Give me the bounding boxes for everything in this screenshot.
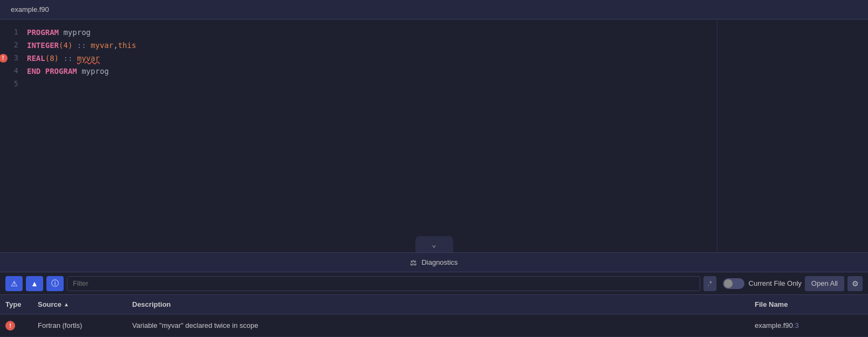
info-circle-icon: ⓘ bbox=[51, 279, 59, 288]
col-header-description[interactable]: Description bbox=[132, 300, 755, 308]
chevron-down-icon: ⌄ bbox=[432, 240, 436, 249]
source-header-label: Source bbox=[38, 300, 61, 308]
keyword-program: PROGRAM bbox=[27, 28, 59, 37]
line-number-4: 4 bbox=[14, 65, 18, 78]
code-lines: PROGRAM myprog INTEGER ( 4 ) :: myvar , … bbox=[27, 19, 717, 252]
code-line-5 bbox=[27, 78, 717, 91]
error-filter-button[interactable]: ⚠ bbox=[5, 276, 23, 291]
table-header: Type Source ▲ Description File Name bbox=[0, 295, 868, 314]
diagnostics-toolbar: ⚠ ▲ ⓘ .* Current File Only Open All ⚙ bbox=[0, 272, 868, 295]
line-number-1: 1 bbox=[14, 26, 18, 39]
right-panel bbox=[717, 19, 868, 252]
current-file-toggle[interactable] bbox=[723, 278, 744, 289]
paren-open-2: ( bbox=[59, 41, 63, 50]
cell-description: Variable "myvar" declared twice in scope bbox=[132, 321, 755, 329]
line-number-5: 5 bbox=[14, 78, 18, 91]
line-number-3: ! 3 bbox=[14, 52, 18, 65]
code-line-3: REAL ( 8 ) :: myvar bbox=[27, 52, 717, 65]
code-line-1: PROGRAM myprog bbox=[27, 26, 717, 39]
scale-icon: ⚖ bbox=[410, 258, 417, 267]
code-line-4: END PROGRAM myprog bbox=[27, 65, 717, 78]
diagnostics-title-bar: ⚖ Diagnostics bbox=[0, 253, 868, 272]
description-header-label: Description bbox=[132, 300, 171, 308]
space-4 bbox=[40, 67, 45, 75]
line-numbers: 1 2 ! 3 4 5 bbox=[0, 19, 27, 252]
row-error-icon: ! bbox=[5, 321, 15, 331]
settings-button[interactable]: ⚙ bbox=[848, 276, 863, 291]
filename-text: example.f90 bbox=[755, 321, 793, 329]
diagnostics-title-label: Diagnostics bbox=[421, 258, 457, 266]
filter-input[interactable] bbox=[73, 279, 694, 287]
open-all-button[interactable]: Open All bbox=[805, 276, 844, 291]
diagnostics-table: Type Source ▲ Description File Name ! Fo… bbox=[0, 295, 868, 337]
comma-2: , bbox=[113, 41, 118, 50]
keyword-integer: INTEGER bbox=[27, 41, 59, 50]
var-myvar-error: myvar bbox=[77, 54, 100, 63]
regex-label: .* bbox=[708, 280, 712, 287]
line-number-2: 2 bbox=[14, 39, 18, 52]
code-line-2: INTEGER ( 4 ) :: myvar , this bbox=[27, 39, 717, 52]
editor-tab[interactable]: example.f90 bbox=[0, 0, 60, 19]
filter-input-wrapper bbox=[67, 276, 700, 291]
collapse-handle[interactable]: ⌄ bbox=[415, 236, 453, 252]
error-circle-icon: ⚠ bbox=[11, 279, 18, 288]
keyword-program-end: PROGRAM bbox=[45, 67, 77, 75]
dbl-colon-3: :: bbox=[59, 54, 77, 63]
literal-4: 4 bbox=[63, 41, 67, 50]
identifier-myprog-1: myprog bbox=[59, 28, 91, 37]
var-myvar-2: myvar bbox=[91, 41, 113, 50]
editor-content: 1 2 ! 3 4 5 PROGRAM myprog bbox=[0, 19, 868, 252]
editor-tab-bar: example.f90 bbox=[0, 0, 868, 19]
paren-open-3: ( bbox=[45, 54, 50, 63]
col-header-type: Type bbox=[5, 300, 38, 308]
sort-ascending-icon: ▲ bbox=[64, 301, 69, 307]
line-ref: :3 bbox=[793, 321, 799, 329]
keyword-end: END bbox=[27, 67, 40, 75]
info-filter-button[interactable]: ⓘ bbox=[46, 276, 64, 291]
cell-source: Fortran (fortls) bbox=[38, 321, 132, 329]
diagnostics-panel: ⚖ Diagnostics ⚠ ▲ ⓘ .* Current File Only… bbox=[0, 252, 868, 337]
keyword-real: REAL bbox=[27, 54, 45, 63]
var-this: this bbox=[118, 41, 136, 50]
warning-filter-button[interactable]: ▲ bbox=[26, 276, 43, 291]
toggle-knob bbox=[724, 279, 733, 288]
filename-header-label: File Name bbox=[755, 300, 788, 308]
type-header-label: Type bbox=[5, 300, 21, 308]
warning-triangle-icon: ▲ bbox=[31, 279, 38, 288]
paren-close-3: ) bbox=[54, 54, 59, 63]
editor-tab-label: example.f90 bbox=[11, 5, 49, 13]
editor-area: example.f90 1 2 ! 3 4 5 PROGR bbox=[0, 0, 868, 252]
cell-filename: example.f90:3 bbox=[755, 321, 863, 329]
toggle-wrapper: Current File Only bbox=[723, 278, 802, 289]
col-header-source[interactable]: Source ▲ bbox=[38, 300, 132, 308]
table-row[interactable]: ! Fortran (fortls) Variable "myvar" decl… bbox=[0, 314, 868, 337]
literal-8: 8 bbox=[50, 54, 54, 63]
cell-type: ! bbox=[5, 321, 38, 331]
error-indicator: ! bbox=[0, 54, 8, 63]
open-all-label: Open All bbox=[811, 279, 838, 287]
toggle-label: Current File Only bbox=[749, 279, 802, 287]
col-header-filename[interactable]: File Name bbox=[755, 300, 863, 308]
paren-close-2: ) bbox=[68, 41, 72, 50]
identifier-myprog-end: myprog bbox=[77, 67, 109, 75]
gear-icon: ⚙ bbox=[852, 279, 859, 288]
regex-button[interactable]: .* bbox=[703, 276, 716, 291]
dbl-colon-2: :: bbox=[72, 41, 91, 50]
